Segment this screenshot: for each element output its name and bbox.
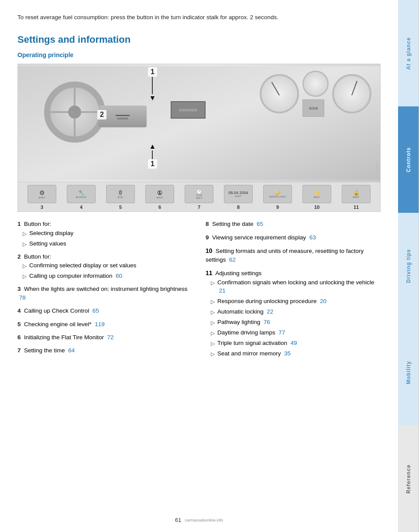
button-9: 🔑 SERVICE-INFO 9 <box>263 185 292 210</box>
bullet-11a: ▷ Confirmation signals when locking and … <box>211 278 381 295</box>
sidebar-tab-reference[interactable]: Reference <box>398 426 419 532</box>
diagram-container: ▬▬▬▬ controls 1 ▼ ▲ 1 2 <box>17 64 381 212</box>
sidebar-tab-at-a-glance[interactable]: At a glance <box>398 0 419 106</box>
bullet-11d: ▷ Pathway lighting 76 <box>211 318 381 327</box>
item-8: 8 Setting the date 65 <box>206 220 381 228</box>
bullet-11b: ▷ Response during unlocking procedure 20 <box>211 297 381 306</box>
diagram-main: ▬▬▬▬ controls 1 ▼ ▲ 1 2 <box>18 64 380 182</box>
bullet-2a: ▷ Confirming selected display or set val… <box>23 261 192 270</box>
button-6: ① ●INIT 6 <box>145 185 174 210</box>
main-content: To reset average fuel consumption: press… <box>0 0 398 532</box>
item-11: 11 Adjusting settings ▷ Confirmation sig… <box>206 269 381 358</box>
button-10: ⚡ ●SET 10 <box>302 185 331 210</box>
intro-text: To reset average fuel consumption: press… <box>17 13 381 22</box>
button-4: 🔧 ●CHECK 4 <box>67 185 96 210</box>
button-7: 🕐 23:20●SET 7 <box>185 185 213 210</box>
sidebar-tab-reference-label: Reference <box>405 464 412 493</box>
button-strip: ⚙ ●SET 3 🔧 ●CHECK 4 🛢 ●OIL 5 <box>18 182 380 212</box>
sidebar-tab-controls-label: Controls <box>405 147 412 172</box>
content-columns: 1 Button for: ▷ Selecting display ▷ Sett… <box>17 220 381 362</box>
bullet-11g: ▷ Seat and mirror memory 35 <box>211 349 381 358</box>
button-11: 🔒 ●SET 11 <box>342 185 371 210</box>
bullet-1b: ▷ Setting values <box>23 239 192 248</box>
item-10: 10 Setting formats and units of measure,… <box>206 246 381 265</box>
sidebar-tab-driving-tips-label: Driving tips <box>405 249 412 283</box>
item-4: 4 Calling up Check Control 65 <box>17 307 192 315</box>
item-9: 9 Viewing service requirement display 63 <box>206 233 381 242</box>
item-2: 2 Button for: ▷ Confirming selected disp… <box>17 252 192 280</box>
bullet-11c: ▷ Automatic locking 22 <box>211 307 381 316</box>
button-3: ⚙ ●SET 3 <box>27 185 56 210</box>
watermark: MR2033EN/A <box>376 162 378 178</box>
section-title: Settings and information <box>17 34 381 45</box>
bullet-11f: ▷ Triple turn signal activation 49 <box>211 339 381 348</box>
logo-small: carmanualsonline.info <box>185 518 223 522</box>
subsection-title: Operating principle <box>17 51 381 58</box>
sidebar-tab-driving-tips[interactable]: Driving tips <box>398 213 419 319</box>
button-5: 🛢 ●OIL 5 <box>106 185 135 210</box>
page-number: 61 <box>175 517 181 523</box>
item-3: 3 When the lights are switched on: instr… <box>17 285 192 303</box>
sidebar-tab-at-a-glance-label: At a glance <box>405 37 412 69</box>
sidebar: At a glance Controls Driving tips Mobili… <box>398 0 419 532</box>
bullet-1a: ▷ Selecting display <box>23 229 192 238</box>
item-5: 5 Checking engine oil level* 119 <box>17 320 192 329</box>
sidebar-tab-mobility-label: Mobility <box>405 361 412 384</box>
col-left: 1 Button for: ▷ Selecting display ▷ Sett… <box>17 220 192 362</box>
sidebar-tab-controls[interactable]: Controls <box>398 106 419 213</box>
sidebar-tab-mobility[interactable]: Mobility <box>398 319 419 426</box>
item-6: 6 Initializing the Flat Tire Monitor 72 <box>17 333 192 342</box>
page-number-container: 61 carmanualsonline.info <box>175 517 223 523</box>
item-1: 1 Button for: ▷ Selecting display ▷ Sett… <box>17 220 192 248</box>
col-right: 8 Setting the date 65 9 Viewing service … <box>206 220 381 362</box>
button-8: 08.04 2004 ●SET 8 <box>224 185 253 210</box>
item-7: 7 Setting the time 64 <box>17 346 192 355</box>
bullet-11e: ▷ Daytime driving lamps 77 <box>211 328 381 337</box>
bullet-2b: ▷ Calling up computer information 60 <box>23 272 192 280</box>
